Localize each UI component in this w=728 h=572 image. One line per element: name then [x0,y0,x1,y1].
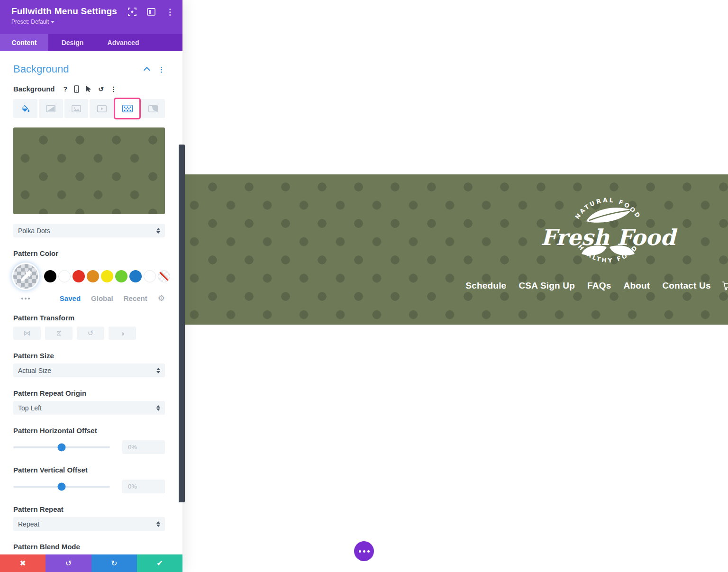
panel-footer: ✖ ↺ ↻ ✔ [0,554,182,572]
tab-advanced[interactable]: Advanced [97,34,150,51]
dot-icon [367,550,370,553]
responsive-phone-icon[interactable] [74,85,79,93]
rotate-icon[interactable]: ↺ [77,327,104,340]
v-offset-value-field[interactable]: 0% [122,480,165,493]
v-offset-slider-thumb[interactable] [58,482,66,490]
check-icon: ✔ [156,559,163,568]
swatch-tab-global[interactable]: Global [91,294,113,302]
pattern-horizontal-offset-label: Pattern Horizontal Offset [13,427,165,435]
nav-item-contact-us[interactable]: Contact Us [662,281,710,291]
nav-item-faqs[interactable]: FAQs [587,281,611,291]
v-offset-slider-track[interactable] [13,486,110,488]
swatch-tab-recent[interactable]: Recent [124,294,147,302]
pattern-size-select[interactable]: Actual Size [13,363,165,377]
close-icon: ✖ [19,559,26,568]
select-stepper-icon [156,368,160,373]
pattern-transform-row: ⋈ ⧖ ↺ ◑ [13,327,165,340]
swatch-black[interactable] [44,270,56,282]
gradient-icon [46,105,55,112]
image-icon [72,105,81,112]
swatch-yellow[interactable] [101,270,113,282]
flip-vertical-icon[interactable]: ⧖ [45,327,73,340]
color-picker-current[interactable] [13,264,38,289]
discard-button[interactable]: ✖ [0,554,46,572]
nav-item-about[interactable]: About [624,281,650,291]
h-offset-slider-track[interactable] [13,446,110,448]
pattern-color-row [13,264,165,289]
focus-mode-icon[interactable] [128,8,136,16]
fullwidth-menu-preview[interactable]: NATURAL FOOD Fresh Food HEALTHY FOOD Sch… [182,174,728,325]
dot-icon [359,550,361,553]
redo-button[interactable]: ↻ [91,554,137,572]
swatch-tab-saved[interactable]: Saved [60,294,81,302]
pattern-repeat-select[interactable]: Repeat [13,517,165,531]
swatch-none[interactable] [158,270,170,282]
panel-layout-icon[interactable] [147,8,155,16]
tab-content[interactable]: Content [0,34,48,51]
reset-icon[interactable]: ↺ [98,85,104,93]
flip-horizontal-icon[interactable]: ⋈ [13,327,41,340]
bg-type-image-button[interactable] [64,99,89,118]
field-kebab-icon[interactable]: ⋮ [110,85,117,93]
bg-type-gradient-button[interactable] [39,99,63,118]
swatch-green[interactable] [115,270,127,282]
eyedropper-icon [13,264,38,289]
select-stepper-icon [156,521,160,527]
nav-item-schedule[interactable]: Schedule [465,281,506,291]
pattern-repeat-origin-select[interactable]: Top Left [13,401,165,415]
h-offset-value-field[interactable]: 0% [122,440,165,454]
nav-item-csa-sign-up[interactable]: CSA Sign Up [519,281,575,291]
caret-down-icon [51,21,55,23]
swatch-white-2[interactable] [144,270,156,282]
swatch-red[interactable] [73,270,85,282]
redo-icon: ↻ [111,559,117,568]
swatch-orange[interactable] [87,270,99,282]
color-options-dots-icon[interactable] [13,298,38,300]
h-offset-slider-thumb[interactable] [58,443,66,451]
pattern-horizontal-offset-row: 0% [13,440,165,454]
background-field-label: Background [13,85,55,93]
leaf-icon [586,208,631,223]
pattern-repeat-label: Pattern Repeat [13,505,165,513]
undo-icon: ↺ [65,559,72,568]
pattern-icon [122,105,133,112]
background-field-row: Background ? ↺ ⋮ [13,85,165,93]
bg-type-video-button[interactable] [90,99,114,118]
panel-menu-kebab-icon[interactable]: ⋮ [166,8,174,16]
paint-bucket-icon [20,104,30,113]
select-stepper-icon [156,228,160,234]
fresh-food-logo: NATURAL FOOD Fresh Food HEALTHY FOOD [537,196,679,272]
preset-selector[interactable]: Preset: Default [11,18,173,25]
section-kebab-icon[interactable]: ⋮ [158,66,165,73]
swatch-white[interactable] [58,270,71,282]
save-button[interactable]: ✔ [137,554,182,572]
background-section-header: Background ⋮ [13,63,165,75]
background-type-tabs [13,98,165,119]
pattern-preview-swatch[interactable] [13,127,165,214]
gear-icon[interactable]: ⚙ [158,293,165,303]
tab-design[interactable]: Design [48,34,97,51]
builder-options-button[interactable] [354,541,374,561]
undo-button[interactable]: ↺ [46,554,91,572]
settings-body: Background ⋮ Background ? ↺ ⋮ [0,51,182,554]
pattern-repeat-origin-label: Pattern Repeat Origin [13,389,165,397]
settings-tabbar: Content Design Advanced [0,34,182,51]
logo-wordmark: Fresh Food [541,225,678,250]
bg-type-pattern-button-highlighted[interactable] [115,99,139,118]
hover-cursor-icon[interactable] [86,85,91,92]
cart-icon[interactable] [722,281,728,291]
invert-icon[interactable]: ◑ [109,327,136,340]
panel-scrollbar[interactable] [179,145,185,502]
fullwidth-menu-settings-panel: Fullwidth Menu Settings Preset: Default … [0,0,182,572]
mask-icon [148,105,158,112]
pattern-vertical-offset-row: 0% [13,480,165,493]
pattern-color-label: Pattern Color [13,249,165,257]
swatch-blue[interactable] [129,270,142,282]
swatch-links-row: Saved Global Recent ⚙ [13,293,165,303]
dot-icon [363,550,365,553]
help-icon[interactable]: ? [64,85,68,93]
pattern-style-select[interactable]: Polka Dots [13,224,165,237]
bg-type-mask-button[interactable] [141,99,165,118]
menu-nav: Schedule CSA Sign Up FAQs About Contact … [459,281,728,291]
bg-type-color-button[interactable] [13,99,37,118]
